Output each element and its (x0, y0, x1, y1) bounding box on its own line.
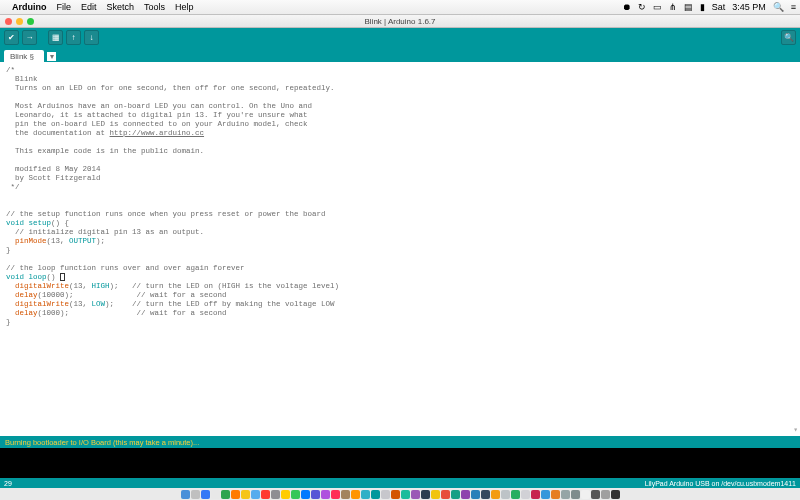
minimize-button[interactable] (16, 18, 23, 25)
tab-label: Blink § (10, 52, 34, 61)
dock-app-40[interactable] (581, 490, 590, 499)
dock-app-1[interactable] (191, 490, 200, 499)
dock-app-10[interactable] (281, 490, 290, 499)
dock-app-37[interactable] (551, 490, 560, 499)
dock-app-2[interactable] (201, 490, 210, 499)
dock-app-12[interactable] (301, 490, 310, 499)
traffic-lights (5, 18, 34, 25)
dock-app-3[interactable] (211, 490, 220, 499)
dock-app-26[interactable] (441, 490, 450, 499)
dock-app-21[interactable] (391, 490, 400, 499)
record-icon[interactable]: ⏺ (622, 2, 631, 12)
console-output[interactable] (0, 448, 800, 478)
status-message: Burning bootloader to I/O Board (this ma… (5, 438, 199, 447)
menu-file[interactable]: File (57, 2, 72, 12)
footer-bar: 29 LilyPad Arduino USB on /dev/cu.usbmod… (0, 478, 800, 488)
menubar-right: ⏺ ↻ ▭ ⋔ ▤ ▮ Sat 3:45 PM 🔍 ≡ (622, 2, 796, 12)
dock-app-6[interactable] (241, 490, 250, 499)
scroll-down-icon[interactable]: ▾ (793, 425, 798, 434)
macos-dock (0, 488, 800, 500)
battery-icon[interactable]: ▮ (700, 2, 705, 12)
spotlight-icon[interactable]: 🔍 (773, 2, 784, 12)
dock-app-42[interactable] (601, 490, 610, 499)
dock-app-33[interactable] (511, 490, 520, 499)
window-titlebar: Blink | Arduino 1.6.7 (0, 15, 800, 28)
dock-app-29[interactable] (471, 490, 480, 499)
dock-app-25[interactable] (431, 490, 440, 499)
status-bar: Burning bootloader to I/O Board (this ma… (0, 436, 800, 448)
dock-app-0[interactable] (181, 490, 190, 499)
dock-app-31[interactable] (491, 490, 500, 499)
menu-sketch[interactable]: Sketch (107, 2, 135, 12)
open-button[interactable]: ↑ (66, 30, 81, 45)
dock-app-17[interactable] (351, 490, 360, 499)
window-title: Blink | Arduino 1.6.7 (364, 17, 435, 26)
dock-app-34[interactable] (521, 490, 530, 499)
dock-app-28[interactable] (461, 490, 470, 499)
menu-tools[interactable]: Tools (144, 2, 165, 12)
text-cursor (60, 273, 65, 281)
upload-button[interactable]: → (22, 30, 37, 45)
wifi-icon[interactable]: ⋔ (669, 2, 677, 12)
macos-menubar: Arduino File Edit Sketch Tools Help ⏺ ↻ … (0, 0, 800, 15)
dock-app-39[interactable] (571, 490, 580, 499)
save-button[interactable]: ↓ (84, 30, 99, 45)
dock-app-23[interactable] (411, 490, 420, 499)
dock-app-19[interactable] (371, 490, 380, 499)
dock-app-24[interactable] (421, 490, 430, 499)
new-button[interactable]: ▦ (48, 30, 63, 45)
dock-app-18[interactable] (361, 490, 370, 499)
dock-app-30[interactable] (481, 490, 490, 499)
display-icon[interactable]: ▭ (653, 2, 662, 12)
dock-app-5[interactable] (231, 490, 240, 499)
tab-bar: Blink § ▾ (0, 46, 800, 62)
menu-help[interactable]: Help (175, 2, 194, 12)
dock-app-20[interactable] (381, 490, 390, 499)
dock-app-9[interactable] (271, 490, 280, 499)
dock-app-11[interactable] (291, 490, 300, 499)
dock-app-43[interactable] (611, 490, 620, 499)
sync-icon[interactable]: ↻ (638, 2, 646, 12)
dock-app-41[interactable] (591, 490, 600, 499)
close-button[interactable] (5, 18, 12, 25)
dock-app-4[interactable] (221, 490, 230, 499)
dock-app-13[interactable] (311, 490, 320, 499)
dock-app-35[interactable] (531, 490, 540, 499)
zoom-button[interactable] (27, 18, 34, 25)
dock-app-36[interactable] (541, 490, 550, 499)
arduino-toolbar: ✔ → ▦ ↑ ↓ 🔍 (0, 28, 800, 46)
board-info: LilyPad Arduino USB on /dev/cu.usbmodem1… (645, 480, 796, 487)
tab-menu-icon[interactable]: ▾ (47, 52, 56, 61)
flag-icon[interactable]: ▤ (684, 2, 693, 12)
clock-time[interactable]: 3:45 PM (732, 2, 766, 12)
dock-app-14[interactable] (321, 490, 330, 499)
dock-app-38[interactable] (561, 490, 570, 499)
verify-button[interactable]: ✔ (4, 30, 19, 45)
clock-day[interactable]: Sat (712, 2, 726, 12)
dock-app-8[interactable] (261, 490, 270, 499)
menu-icon[interactable]: ≡ (791, 2, 796, 12)
dock-app-15[interactable] (331, 490, 340, 499)
code-editor[interactable]: /* Blink Turns on an LED on for one seco… (0, 62, 800, 436)
dock-app-22[interactable] (401, 490, 410, 499)
dock-app-32[interactable] (501, 490, 510, 499)
dock-app-7[interactable] (251, 490, 260, 499)
menu-app[interactable]: Arduino (12, 2, 47, 12)
tab-blink[interactable]: Blink § ▾ (4, 50, 44, 62)
dock-app-16[interactable] (341, 490, 350, 499)
dock-app-27[interactable] (451, 490, 460, 499)
serial-monitor-button[interactable]: 🔍 (781, 30, 796, 45)
menu-edit[interactable]: Edit (81, 2, 97, 12)
line-number: 29 (4, 480, 12, 487)
